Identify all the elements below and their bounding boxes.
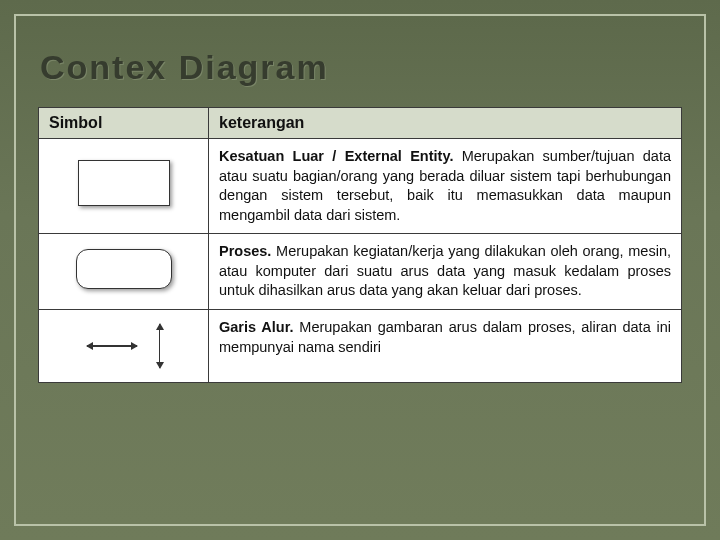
term-label: Garis Alur.	[219, 319, 294, 335]
description-cell: Garis Alur. Merupakan gambaran arus dala…	[209, 309, 682, 382]
page-title: Contex Diagram	[16, 16, 704, 107]
symbol-cell-external-entity	[39, 139, 209, 234]
flow-arrows-icon	[87, 324, 161, 368]
arrow-vertical-icon	[159, 324, 161, 368]
symbol-cell-flow	[39, 309, 209, 382]
table-row: Garis Alur. Merupakan gambaran arus dala…	[39, 309, 682, 382]
description-cell: Proses. Merupakan kegiatan/kerja yang di…	[209, 234, 682, 310]
term-desc: Merupakan kegiatan/kerja yang dilakukan …	[219, 243, 671, 298]
slide-frame: Contex Diagram Simbol keterangan Kesatua…	[14, 14, 706, 526]
arrow-horizontal-icon	[87, 345, 137, 347]
term-label: Proses.	[219, 243, 271, 259]
term-label: Kesatuan Luar / External Entity.	[219, 148, 453, 164]
process-icon	[76, 249, 172, 289]
external-entity-icon	[78, 160, 170, 206]
header-description: keterangan	[209, 108, 682, 139]
description-cell: Kesatuan Luar / External Entity. Merupak…	[209, 139, 682, 234]
table-row: Proses. Merupakan kegiatan/kerja yang di…	[39, 234, 682, 310]
table-header-row: Simbol keterangan	[39, 108, 682, 139]
symbol-table: Simbol keterangan Kesatuan Luar / Extern…	[38, 107, 682, 383]
table-row: Kesatuan Luar / External Entity. Merupak…	[39, 139, 682, 234]
header-symbol: Simbol	[39, 108, 209, 139]
symbol-cell-process	[39, 234, 209, 310]
